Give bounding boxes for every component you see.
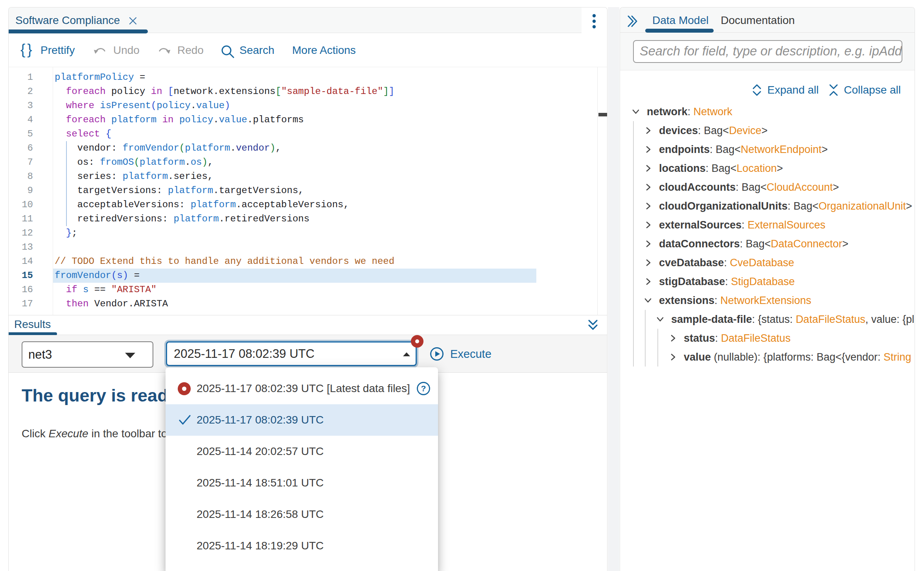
svg-text:?: ? bbox=[421, 384, 426, 393]
